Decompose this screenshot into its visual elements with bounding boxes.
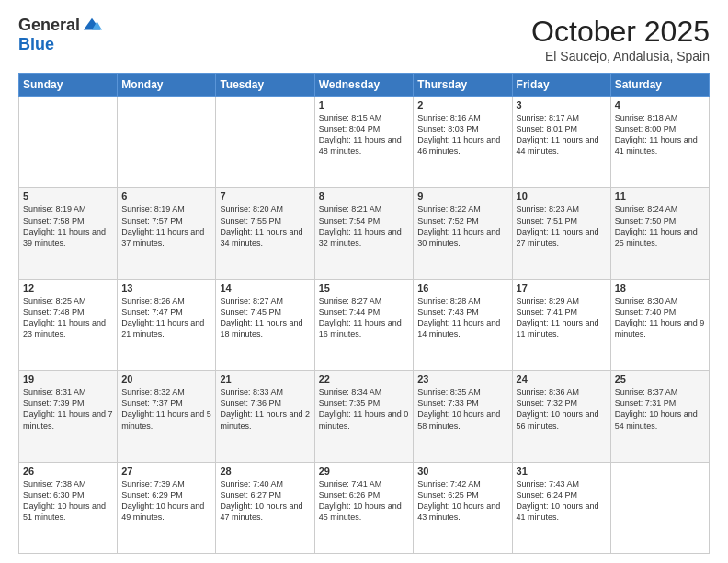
logo-icon xyxy=(82,15,102,35)
day-number: 23 xyxy=(417,373,507,385)
day-info: Sunrise: 7:41 AM Sunset: 6:26 PM Dayligh… xyxy=(319,478,410,523)
calendar-cell: 28Sunrise: 7:40 AM Sunset: 6:27 PM Dayli… xyxy=(216,462,314,553)
day-number: 7 xyxy=(220,190,310,201)
day-number: 15 xyxy=(319,282,410,293)
day-info: Sunrise: 7:39 AM Sunset: 6:29 PM Dayligh… xyxy=(121,478,211,523)
calendar-cell: 27Sunrise: 7:39 AM Sunset: 6:29 PM Dayli… xyxy=(118,462,216,553)
calendar-cell: 4Sunrise: 8:18 AM Sunset: 8:00 PM Daylig… xyxy=(610,97,709,188)
day-number: 1 xyxy=(319,99,410,110)
day-info: Sunrise: 8:36 AM Sunset: 7:32 PM Dayligh… xyxy=(517,386,607,431)
day-number: 24 xyxy=(517,373,607,385)
logo: General Blue xyxy=(18,15,102,54)
calendar-cell: 12Sunrise: 8:25 AM Sunset: 7:48 PM Dayli… xyxy=(19,279,118,370)
day-number: 6 xyxy=(121,190,211,201)
day-info: Sunrise: 8:31 AM Sunset: 7:39 PM Dayligh… xyxy=(23,386,113,431)
day-info: Sunrise: 8:29 AM Sunset: 7:41 PM Dayligh… xyxy=(517,295,607,340)
day-info: Sunrise: 7:42 AM Sunset: 6:25 PM Dayligh… xyxy=(417,478,507,523)
day-info: Sunrise: 8:25 AM Sunset: 7:48 PM Dayligh… xyxy=(23,295,113,340)
calendar-cell: 8Sunrise: 8:21 AM Sunset: 7:54 PM Daylig… xyxy=(314,188,414,279)
day-number: 8 xyxy=(319,190,410,201)
logo-blue-text: Blue xyxy=(18,35,102,54)
calendar-cell: 10Sunrise: 8:23 AM Sunset: 7:51 PM Dayli… xyxy=(512,188,610,279)
calendar-cell: 1Sunrise: 8:15 AM Sunset: 8:04 PM Daylig… xyxy=(314,97,414,188)
calendar-cell: 5Sunrise: 8:19 AM Sunset: 7:58 PM Daylig… xyxy=(19,188,118,279)
day-number: 18 xyxy=(615,282,705,293)
day-number: 12 xyxy=(23,282,113,293)
day-number: 29 xyxy=(319,465,410,477)
day-info: Sunrise: 8:26 AM Sunset: 7:47 PM Dayligh… xyxy=(121,295,211,340)
calendar-header-row: Sunday Monday Tuesday Wednesday Thursday… xyxy=(19,74,710,97)
col-thursday: Thursday xyxy=(414,74,512,97)
calendar-cell: 22Sunrise: 8:34 AM Sunset: 7:35 PM Dayli… xyxy=(314,371,414,462)
day-info: Sunrise: 8:20 AM Sunset: 7:55 PM Dayligh… xyxy=(220,203,310,248)
day-number: 10 xyxy=(517,190,607,201)
location: El Saucejo, Andalusia, Spain xyxy=(531,49,710,63)
calendar-week-3: 19Sunrise: 8:31 AM Sunset: 7:39 PM Dayli… xyxy=(19,371,710,462)
day-info: Sunrise: 8:21 AM Sunset: 7:54 PM Dayligh… xyxy=(319,203,410,248)
calendar-week-4: 26Sunrise: 7:38 AM Sunset: 6:30 PM Dayli… xyxy=(19,462,710,553)
calendar-cell: 11Sunrise: 8:24 AM Sunset: 7:50 PM Dayli… xyxy=(610,188,709,279)
day-number: 5 xyxy=(23,190,113,201)
calendar-cell: 15Sunrise: 8:27 AM Sunset: 7:44 PM Dayli… xyxy=(314,279,414,370)
calendar-week-0: 1Sunrise: 8:15 AM Sunset: 8:04 PM Daylig… xyxy=(19,97,710,188)
page: General Blue October 2025 El Saucejo, An… xyxy=(0,0,728,563)
day-info: Sunrise: 8:22 AM Sunset: 7:52 PM Dayligh… xyxy=(417,203,507,248)
day-number: 22 xyxy=(319,373,410,385)
day-info: Sunrise: 8:35 AM Sunset: 7:33 PM Dayligh… xyxy=(417,386,507,431)
col-tuesday: Tuesday xyxy=(216,74,314,97)
calendar-cell: 19Sunrise: 8:31 AM Sunset: 7:39 PM Dayli… xyxy=(19,371,118,462)
month-title: October 2025 xyxy=(531,15,710,49)
day-number: 26 xyxy=(23,465,113,477)
day-info: Sunrise: 7:38 AM Sunset: 6:30 PM Dayligh… xyxy=(23,478,113,523)
header: General Blue October 2025 El Saucejo, An… xyxy=(18,15,710,63)
day-number: 14 xyxy=(220,282,310,293)
day-number: 25 xyxy=(615,373,705,385)
day-number: 30 xyxy=(417,465,507,477)
calendar-cell: 14Sunrise: 8:27 AM Sunset: 7:45 PM Dayli… xyxy=(216,279,314,370)
calendar-cell: 6Sunrise: 8:19 AM Sunset: 7:57 PM Daylig… xyxy=(118,188,216,279)
calendar-cell: 25Sunrise: 8:37 AM Sunset: 7:31 PM Dayli… xyxy=(610,371,709,462)
calendar-cell: 3Sunrise: 8:17 AM Sunset: 8:01 PM Daylig… xyxy=(512,97,610,188)
day-info: Sunrise: 8:28 AM Sunset: 7:43 PM Dayligh… xyxy=(417,295,507,340)
calendar-table: Sunday Monday Tuesday Wednesday Thursday… xyxy=(18,73,710,554)
col-wednesday: Wednesday xyxy=(314,74,414,97)
calendar-cell: 29Sunrise: 7:41 AM Sunset: 6:26 PM Dayli… xyxy=(314,462,414,553)
calendar-cell xyxy=(610,462,709,553)
day-info: Sunrise: 8:27 AM Sunset: 7:45 PM Dayligh… xyxy=(220,295,310,340)
day-number: 19 xyxy=(23,373,113,385)
calendar-cell: 23Sunrise: 8:35 AM Sunset: 7:33 PM Dayli… xyxy=(414,371,512,462)
day-info: Sunrise: 8:19 AM Sunset: 7:58 PM Dayligh… xyxy=(23,203,113,248)
calendar-cell: 26Sunrise: 7:38 AM Sunset: 6:30 PM Dayli… xyxy=(19,462,118,553)
calendar-cell xyxy=(19,97,118,188)
calendar-week-2: 12Sunrise: 8:25 AM Sunset: 7:48 PM Dayli… xyxy=(19,279,710,370)
calendar-cell: 31Sunrise: 7:43 AM Sunset: 6:24 PM Dayli… xyxy=(512,462,610,553)
calendar-cell: 17Sunrise: 8:29 AM Sunset: 7:41 PM Dayli… xyxy=(512,279,610,370)
day-number: 27 xyxy=(121,465,211,477)
col-saturday: Saturday xyxy=(610,74,709,97)
calendar-cell: 9Sunrise: 8:22 AM Sunset: 7:52 PM Daylig… xyxy=(414,188,512,279)
col-monday: Monday xyxy=(118,74,216,97)
day-info: Sunrise: 8:32 AM Sunset: 7:37 PM Dayligh… xyxy=(121,386,211,431)
calendar-cell: 18Sunrise: 8:30 AM Sunset: 7:40 PM Dayli… xyxy=(610,279,709,370)
day-info: Sunrise: 8:24 AM Sunset: 7:50 PM Dayligh… xyxy=(615,203,705,248)
day-info: Sunrise: 8:23 AM Sunset: 7:51 PM Dayligh… xyxy=(517,203,607,248)
calendar-cell: 30Sunrise: 7:42 AM Sunset: 6:25 PM Dayli… xyxy=(414,462,512,553)
calendar-cell: 16Sunrise: 8:28 AM Sunset: 7:43 PM Dayli… xyxy=(414,279,512,370)
day-info: Sunrise: 8:27 AM Sunset: 7:44 PM Dayligh… xyxy=(319,295,410,340)
day-info: Sunrise: 8:30 AM Sunset: 7:40 PM Dayligh… xyxy=(615,295,705,340)
col-friday: Friday xyxy=(512,74,610,97)
calendar-cell: 20Sunrise: 8:32 AM Sunset: 7:37 PM Dayli… xyxy=(118,371,216,462)
day-info: Sunrise: 8:18 AM Sunset: 8:00 PM Dayligh… xyxy=(615,112,705,157)
day-number: 3 xyxy=(517,99,607,110)
day-info: Sunrise: 8:19 AM Sunset: 7:57 PM Dayligh… xyxy=(121,203,211,248)
day-number: 20 xyxy=(121,373,211,385)
day-info: Sunrise: 8:33 AM Sunset: 7:36 PM Dayligh… xyxy=(220,386,310,431)
day-number: 13 xyxy=(121,282,211,293)
calendar-cell xyxy=(216,97,314,188)
day-number: 4 xyxy=(615,99,705,110)
day-number: 28 xyxy=(220,465,310,477)
calendar-cell: 24Sunrise: 8:36 AM Sunset: 7:32 PM Dayli… xyxy=(512,371,610,462)
day-number: 11 xyxy=(615,190,705,201)
day-info: Sunrise: 8:37 AM Sunset: 7:31 PM Dayligh… xyxy=(615,386,705,431)
calendar-cell: 7Sunrise: 8:20 AM Sunset: 7:55 PM Daylig… xyxy=(216,188,314,279)
